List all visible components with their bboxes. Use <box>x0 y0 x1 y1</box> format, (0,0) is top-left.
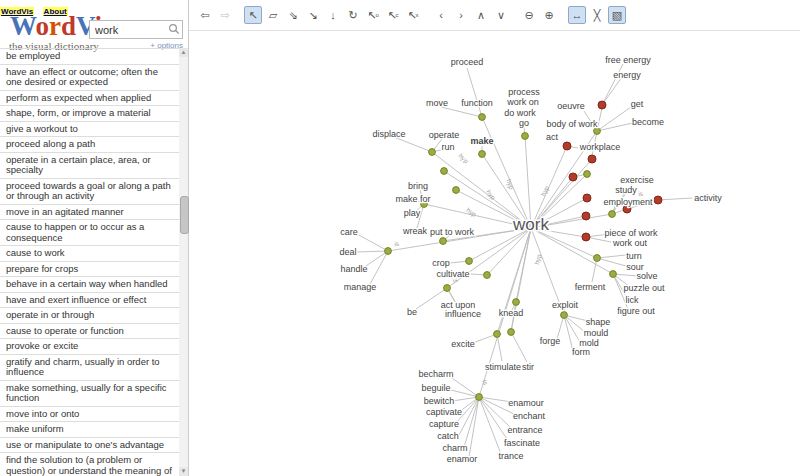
sense-node-green[interactable] <box>610 271 617 278</box>
sidebar-scrollbar[interactable]: ▲ ▼ <box>179 48 188 476</box>
word-label[interactable]: puzzle out <box>623 283 665 293</box>
word-label[interactable]: enchant <box>513 411 546 421</box>
scrollbar-thumb[interactable] <box>180 196 189 234</box>
sense-node-green[interactable] <box>479 151 486 158</box>
definition-item[interactable]: behave in a certain way when handled <box>0 277 179 293</box>
word-label[interactable]: turn <box>626 251 642 261</box>
scroll-up-icon[interactable]: ▲ <box>179 48 188 57</box>
sense-node-red[interactable] <box>598 101 606 109</box>
word-label[interactable]: charm <box>442 443 467 453</box>
word-label[interactable]: stir <box>522 362 534 372</box>
pan-left-button[interactable]: ‹ <box>432 6 450 24</box>
word-label[interactable]: body of work <box>546 119 598 129</box>
sense-node-red[interactable] <box>588 155 596 163</box>
word-label[interactable]: beguile <box>421 383 450 393</box>
word-label[interactable]: influence <box>445 309 481 319</box>
sense-node-green[interactable] <box>476 394 483 401</box>
word-label[interactable]: energy <box>613 70 641 80</box>
word-label[interactable]: knead <box>499 308 524 318</box>
sense-node-green[interactable] <box>440 238 447 245</box>
word-label[interactable]: wreak <box>402 226 428 236</box>
word-label[interactable]: capture <box>429 419 459 429</box>
sense-node-green[interactable] <box>494 331 501 338</box>
unlink-tool[interactable]: ↘ <box>304 6 322 24</box>
word-label[interactable]: enamour <box>508 398 544 408</box>
sense-node-green[interactable] <box>522 133 529 140</box>
sense-node-red[interactable] <box>569 173 577 181</box>
sense-node-green[interactable] <box>444 285 451 292</box>
zoom-out-button[interactable]: ⊖ <box>520 6 538 24</box>
definition-item[interactable]: cause to happen or to occur as a consequ… <box>0 220 179 246</box>
word-label[interactable]: become <box>632 117 664 127</box>
word-label[interactable]: fascinate <box>504 438 540 448</box>
cursor-open-tool[interactable]: ↖o <box>364 6 382 24</box>
center-word-label[interactable]: work <box>512 215 549 234</box>
pan-down-button[interactable]: ∨ <box>492 6 510 24</box>
fit-width-button[interactable]: ↔ <box>568 6 586 24</box>
word-label[interactable]: study <box>615 185 637 195</box>
word-label[interactable]: piece of work <box>604 228 658 238</box>
sense-node-red[interactable] <box>582 233 590 241</box>
definition-item[interactable]: move in an agitated manner <box>0 205 179 221</box>
word-label[interactable]: act <box>546 132 559 142</box>
sense-node-green[interactable] <box>584 171 591 178</box>
eraser-tool[interactable]: ▱ <box>264 6 282 24</box>
definition-item[interactable]: have and exert influence or effect <box>0 293 179 309</box>
word-label[interactable]: put to work <box>430 227 475 237</box>
sense-node-green[interactable] <box>508 329 515 336</box>
word-label[interactable]: becharm <box>418 369 453 379</box>
scroll-down-icon[interactable]: ▼ <box>179 467 188 476</box>
word-label[interactable]: make for <box>395 194 430 204</box>
cursor-collapse-tool[interactable]: ↖c <box>384 6 402 24</box>
word-label[interactable]: displace <box>372 129 405 139</box>
word-label[interactable]: activity <box>694 193 722 203</box>
definition-item[interactable]: cause to operate or function <box>0 324 179 340</box>
word-label[interactable]: catch <box>437 431 459 441</box>
word-label[interactable]: process <box>508 87 540 97</box>
definition-item[interactable]: cause to work <box>0 246 179 262</box>
word-label[interactable]: exploit <box>552 300 579 310</box>
sense-node-red[interactable] <box>563 142 571 150</box>
word-label[interactable]: go <box>519 118 529 128</box>
word-label[interactable]: get <box>631 99 644 109</box>
word-label[interactable]: enamor <box>447 454 478 464</box>
nav-about-link[interactable]: About <box>43 7 68 16</box>
word-label[interactable]: be <box>407 307 417 317</box>
definition-item[interactable]: operate in a certain place, area, or spe… <box>0 153 179 179</box>
definition-item[interactable]: use or manipulate to one's advantage <box>0 438 179 454</box>
word-label[interactable]: free energy <box>605 55 651 65</box>
pin-down-tool[interactable]: ↓ <box>324 6 342 24</box>
sense-node-green[interactable] <box>453 187 460 194</box>
definition-item[interactable]: shape, form, or improve a material <box>0 106 179 122</box>
word-label[interactable]: work out <box>612 238 648 248</box>
word-label[interactable]: proceed <box>451 57 484 67</box>
link-tool[interactable]: ⇘ <box>284 6 302 24</box>
definition-item[interactable]: make uniform <box>0 422 179 438</box>
definition-item[interactable]: prepare for crops <box>0 262 179 278</box>
definition-item[interactable]: make something, usually for a specific f… <box>0 381 179 407</box>
word-label[interactable]: forge <box>540 336 561 346</box>
back-button[interactable]: ⇦ <box>196 6 214 24</box>
word-label[interactable]: employment <box>603 197 653 207</box>
word-label[interactable]: ferment <box>575 282 606 292</box>
word-label[interactable]: captivate <box>426 407 462 417</box>
search-icon[interactable] <box>168 23 180 35</box>
pan-up-button[interactable]: ∧ <box>472 6 490 24</box>
word-label[interactable]: handle <box>340 264 367 274</box>
definition-item[interactable]: have an effect or outcome; often the one… <box>0 65 179 91</box>
word-label[interactable]: exercise <box>620 175 654 185</box>
definition-item[interactable]: find the solution to (a problem or quest… <box>0 453 179 476</box>
word-label[interactable]: run <box>441 142 454 152</box>
actual-size-button[interactable]: ▧ <box>608 6 626 24</box>
search-input[interactable] <box>93 22 167 37</box>
word-label[interactable]: form <box>572 347 590 357</box>
word-label[interactable]: make <box>470 136 493 146</box>
sense-node-green[interactable] <box>429 149 436 156</box>
word-label[interactable]: do work <box>504 108 536 118</box>
word-label[interactable]: cultivate <box>436 269 469 279</box>
sense-node-red[interactable] <box>583 194 591 202</box>
sense-node-green[interactable] <box>479 114 486 121</box>
word-label[interactable]: mould <box>584 328 609 338</box>
definition-item[interactable]: proceed towards a goal or along a path o… <box>0 179 179 205</box>
word-label[interactable]: entrance <box>507 425 542 435</box>
